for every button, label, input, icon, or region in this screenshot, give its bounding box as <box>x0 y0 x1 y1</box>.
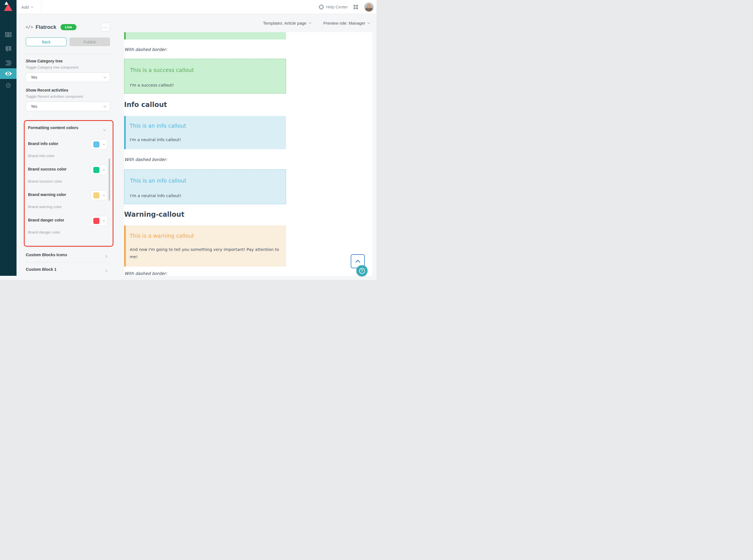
book-icon <box>4 32 12 38</box>
viewport-bottom-strip <box>0 276 376 280</box>
sidebar-item-categories[interactable] <box>0 58 17 68</box>
field-label: Show Category tree <box>26 59 62 63</box>
chevron-down-icon <box>308 21 311 24</box>
callout-body: I'm a neutral info callout! <box>130 192 181 200</box>
chevron-right-icon[interactable] <box>105 254 107 258</box>
chevron-down-icon <box>104 105 107 107</box>
field-label: Show Recent activities <box>26 88 69 93</box>
chevron-down-icon <box>368 21 370 24</box>
lifebuoy-icon <box>319 4 324 9</box>
recent-activities-select[interactable]: Yes <box>26 102 110 111</box>
gear-icon: ⚙ <box>5 82 11 89</box>
chevron-down-icon <box>104 76 107 78</box>
sidebar-item-settings[interactable]: ⚙ <box>0 80 17 91</box>
callout-body: I'm a neutral info callout! <box>130 136 181 144</box>
help-fab-button[interactable]: ? <box>356 265 368 276</box>
chevron-down-icon <box>31 5 33 8</box>
chevron-up-icon <box>355 260 360 265</box>
preview-role-dropdown[interactable]: Preview role: Manager <box>323 21 370 25</box>
field-desc: Toggle Recent activities component <box>26 94 83 99</box>
eye-icon <box>4 71 12 76</box>
help-center-link[interactable]: Help Center <box>319 0 348 14</box>
success-callout-dashed: This is a success callout I'm a success … <box>124 59 286 94</box>
feedback-bubble-icon <box>5 46 12 52</box>
callout-left-bar <box>124 225 126 266</box>
app-logo[interactable] <box>0 0 17 14</box>
success-callout-partial <box>124 32 286 39</box>
sidebar-item-feedback[interactable] <box>0 44 17 54</box>
field-desc: Toggle Category tree component <box>26 65 79 69</box>
divider <box>26 247 110 248</box>
custom-blocks-icons-link[interactable]: Custom Blocks Icons <box>26 253 67 257</box>
dashed-border-note: With dashed border: <box>124 47 167 52</box>
custom-block-1-link[interactable]: Custom Block 1 <box>26 267 57 272</box>
callout-left-bar <box>124 32 126 39</box>
topbar-divider <box>41 0 41 14</box>
chevron-right-icon[interactable] <box>105 268 107 273</box>
question-mark-icon: ? <box>359 268 365 274</box>
add-menu[interactable]: Add <box>21 0 33 14</box>
warning-callout: This is a warning callout And now I'm go… <box>124 225 286 266</box>
user-avatar[interactable] <box>364 2 374 12</box>
back-button[interactable]: Back <box>26 38 67 46</box>
ellipsis-icon: ··· <box>103 25 108 29</box>
theme-editor-app: Add Help Center <box>0 0 376 280</box>
category-tree-select[interactable]: Yes <box>26 73 110 82</box>
callout-title: This is a success callout <box>130 67 194 73</box>
warning-callout-heading: Warning-callout <box>124 211 184 218</box>
logo-triangle <box>4 4 12 11</box>
callout-title: This is an info callout <box>130 178 186 184</box>
preview-toolbar: Templates: Article page Preview role: Ma… <box>124 14 370 32</box>
sidebar-item-preview-active[interactable] <box>0 68 17 79</box>
dashed-border-note: With dashed border: <box>124 157 167 162</box>
callout-left-bar <box>124 116 126 149</box>
callout-title: This is an info callout <box>130 123 186 129</box>
templates-dropdown[interactable]: Templates: Article page <box>263 21 311 25</box>
add-menu-label: Add <box>21 5 29 9</box>
top-bar: Add Help Center <box>0 0 376 14</box>
help-center-label: Help Center <box>326 5 348 9</box>
callout-body: And now I'm going to tell you something … <box>130 246 284 260</box>
code-icon: </> <box>25 25 33 30</box>
apps-grid-icon[interactable] <box>353 5 358 9</box>
callout-body: I'm a success callout! <box>130 82 174 89</box>
callout-title: This is a warning callout <box>130 233 194 239</box>
info-callout-dashed: This is an info callout I'm a neutral in… <box>124 169 286 204</box>
theme-preview-frame: With dashed border: This is a success ca… <box>124 32 372 276</box>
theme-header: </> Flatrock Live <box>25 22 76 32</box>
publish-button[interactable]: Publish <box>70 38 110 46</box>
info-callout-heading: Info callout <box>124 101 167 108</box>
category-list-icon <box>5 60 12 66</box>
highlight-outline <box>24 120 113 247</box>
side-rail: ⚙ <box>0 14 17 280</box>
info-callout: This is an info callout I'm a neutral in… <box>124 116 286 149</box>
theme-name: Flatrock <box>36 24 56 30</box>
status-badge: Live <box>60 24 76 30</box>
more-options-button[interactable]: ··· <box>101 23 110 32</box>
divider <box>26 262 110 262</box>
dashed-border-note: With dashed border: <box>124 271 167 276</box>
sidebar-item-documentation[interactable] <box>0 30 17 40</box>
